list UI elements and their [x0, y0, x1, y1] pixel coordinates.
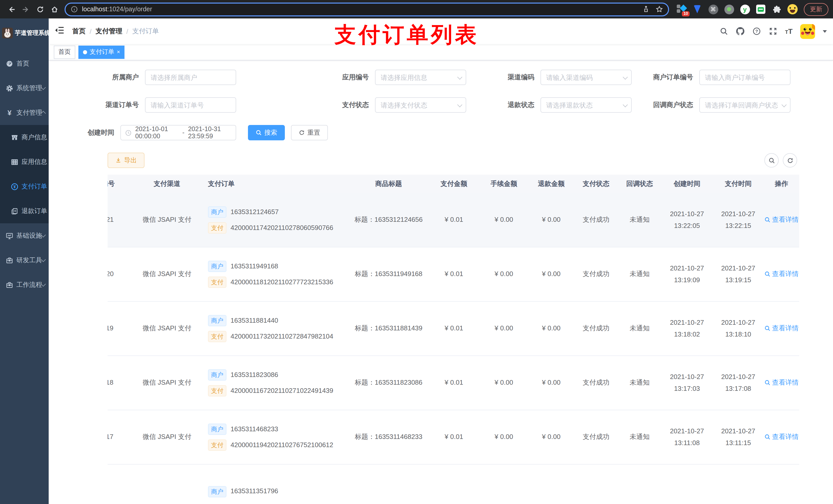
merchant-order-no-input[interactable] [699, 70, 790, 85]
search-button[interactable]: 搜索 [248, 125, 285, 140]
github-icon[interactable] [736, 27, 745, 35]
filter-field-pay-status: 支付状态 [318, 97, 466, 113]
refresh-table-button[interactable] [783, 153, 797, 167]
fullscreen-icon[interactable] [769, 27, 778, 35]
refund-status-select[interactable] [541, 97, 632, 113]
browser-update-button[interactable]: 更新 [804, 3, 828, 16]
breadcrumb-link[interactable]: 支付管理 [96, 27, 122, 36]
pay-status-input[interactable] [375, 97, 466, 113]
browser-reload-icon[interactable] [34, 3, 46, 15]
view-detail-link[interactable]: 查看详情 [764, 269, 799, 280]
font-size-icon[interactable]: TT [785, 27, 792, 35]
sidebar-item-dev-tools[interactable]: 研发工具 [0, 248, 49, 272]
app-no-select[interactable] [375, 70, 466, 85]
bookmark-star-icon[interactable] [656, 6, 663, 13]
help-icon[interactable]: ? [752, 27, 761, 35]
app-no-input[interactable] [375, 70, 466, 85]
merchant-input[interactable] [145, 70, 236, 85]
cell-10 [713, 464, 764, 504]
close-tab-icon[interactable]: × [117, 49, 120, 55]
create-time-range-picker[interactable]: 2021-10-01 00:00:00 - 2021-10-31 23:59:5… [120, 125, 236, 140]
view-detail-link[interactable]: 查看详情 [764, 215, 799, 225]
recorder-extension-icon[interactable] [724, 4, 734, 14]
pay-time-value: 2021-10-2713:11:15 [721, 426, 755, 449]
profile-avatar-icon[interactable] [787, 4, 798, 14]
product-title-cell: 标题：1635311949168 [349, 247, 428, 301]
create-time-value: 2021-10-2713:19:09 [670, 263, 704, 286]
refund-status-input[interactable] [541, 97, 632, 113]
tab-首页[interactable]: 首页 [54, 45, 75, 58]
column-header-7: 支付状态 [574, 175, 618, 193]
tab-支付订单[interactable]: 支付订单× [78, 45, 125, 58]
fee-amount-cell: ¥ 0.00 [479, 410, 528, 464]
browser-forward-icon[interactable] [20, 3, 32, 15]
pay-status-select[interactable] [375, 97, 466, 113]
sidebar-item-refund-order[interactable]: 退款订单 [0, 199, 49, 223]
notify-status-input[interactable] [699, 97, 790, 113]
view-detail-label: 查看详情 [772, 215, 799, 225]
merchant-tag: 商户 [208, 315, 227, 326]
app-logo[interactable]: 芋道管理系统 [0, 19, 49, 47]
notify-status-select[interactable] [699, 97, 790, 113]
sidebar-item-payment-management[interactable]: ¥支付管理 [0, 100, 49, 125]
merchant-input[interactable] [145, 70, 236, 85]
filter-field-notify-status: 回调商户状态 [632, 97, 790, 113]
channel-order-no-input[interactable] [145, 97, 236, 113]
gem-extension-icon[interactable] [692, 4, 703, 14]
chevron-down-icon[interactable] [823, 30, 827, 32]
order-no-line: 商户1635311949168 [208, 261, 278, 272]
share-icon[interactable] [642, 6, 649, 13]
sidebar-item-home[interactable]: 首页 [0, 51, 49, 76]
pay-time-cell: 2021-10-2713:11:15 [713, 410, 764, 464]
chat-extension-icon[interactable] [756, 4, 766, 14]
view-detail-link[interactable]: 查看详情 [764, 432, 799, 442]
sidebar-item-merchant-info[interactable]: 商户信息 [0, 125, 49, 149]
view-detail-link[interactable]: 查看详情 [764, 378, 799, 388]
active-tab-dot [83, 50, 87, 54]
sidebar-item-payment-order[interactable]: ¥支付订单 [0, 174, 49, 199]
browser-menu-icon[interactable]: ⋮ [831, 5, 833, 13]
browser-back-icon[interactable] [5, 3, 18, 15]
sidebar-item-label: 系统管理 [16, 84, 42, 93]
sidebar-fold-icon[interactable] [55, 26, 65, 37]
sidebar-item-label: 退款订单 [22, 207, 47, 215]
view-detail-link[interactable]: 查看详情 [764, 323, 799, 334]
command-extension-icon[interactable]: ⌘ [708, 4, 718, 14]
table-toolbar: 导出 [108, 153, 797, 168]
yudao-extension-icon[interactable]: y [740, 4, 750, 14]
browser-home-icon[interactable] [48, 3, 61, 15]
channel-code-input[interactable] [541, 70, 632, 85]
sidebar-item-app-info[interactable]: 应用信息 [0, 149, 49, 174]
order-no-line: 支付4200001181202110277723215336 [208, 277, 333, 288]
sidebar-item-infrastructure[interactable]: 基础设施 [0, 223, 49, 248]
extensions-puzzle-icon[interactable] [771, 4, 782, 14]
site-info-icon[interactable] [71, 6, 78, 13]
export-button[interactable]: 导出 [108, 153, 144, 168]
sidebar-item-system-management[interactable]: 系统管理 [0, 76, 49, 100]
pay-status-cell: 支付成功 [574, 410, 618, 464]
magnifier-icon [764, 271, 770, 278]
filter-row-2: 渠道订单号支付状态退款状态回调商户状态 [88, 97, 833, 113]
extension-badge-icon[interactable]: 10 [676, 4, 687, 14]
channel-order-no-input[interactable] [145, 97, 236, 113]
merchant-label: 所属商户 [88, 73, 145, 82]
channel-code-select[interactable] [541, 70, 632, 85]
pay-time-cell: 2021-10-2713:19:15 [713, 247, 764, 301]
order-number: 4200001167202110271022491439 [231, 386, 333, 396]
cell-2: 商户1635311351796 [203, 464, 349, 504]
merchant-order-no-input[interactable] [699, 70, 790, 85]
reset-button[interactable]: 重置 [291, 125, 328, 140]
filter-field-merchant-order-no: 商户订单编号 [632, 70, 790, 85]
user-avatar[interactable] [800, 24, 815, 39]
order-no-line: 商户1635311351796 [208, 486, 278, 497]
toggle-search-button[interactable] [764, 153, 779, 167]
search-icon[interactable] [719, 27, 728, 35]
table-header-row: 编号支付渠道支付订单商品标题支付金额手续金额退款金额支付状态回调状态创建时间支付… [108, 175, 799, 193]
sidebar-item-workflow[interactable]: 工作流程 [0, 272, 49, 297]
breadcrumb-link[interactable]: 首页 [72, 27, 86, 36]
pay-order-cell: 商户1635311949168支付42000011812021102777232… [203, 247, 349, 301]
sidebar-item-label: 基础设施 [16, 231, 42, 240]
svg-text:¥: ¥ [14, 184, 16, 189]
url-bar[interactable]: localhost:1024/pay/order [65, 2, 669, 16]
order-number: 1635311949168 [231, 261, 278, 271]
